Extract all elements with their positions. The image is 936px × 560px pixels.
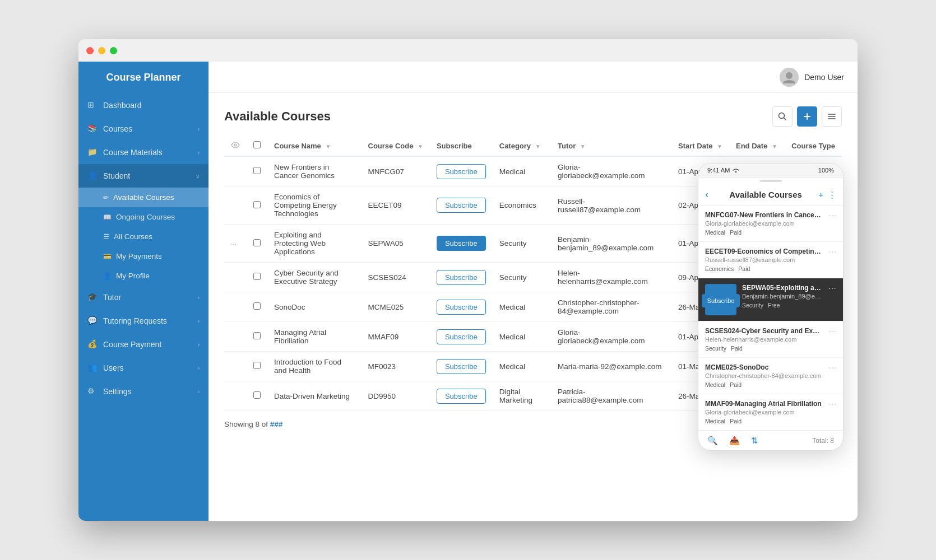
chevron-right-icon: › [198,389,200,395]
row-end-date [729,263,785,292]
sidebar-item-available-courses[interactable]: ✏ Available Courses [78,188,208,207]
row-start-date: 02-Apr-2018 [671,186,729,225]
profile-icon: 👤 [103,272,112,280]
th-checkbox[interactable] [247,136,267,156]
row-check-cell[interactable] [247,381,267,411]
minimize-btn[interactable] [98,47,105,54]
grid-icon: ⊞ [87,100,98,110]
row-end-date [729,322,785,352]
th-start-date[interactable]: Start Date ▼ [671,136,729,156]
sidebar-item-dashboard[interactable]: ⊞ Dashboard [78,94,208,117]
sidebar-item-my-payments[interactable]: 💳 My Payments [78,246,208,266]
row-checkbox[interactable] [253,362,261,369]
subscribe-button[interactable]: Subscribe [437,389,486,404]
row-end-date [729,225,785,263]
row-course-code: SEPWA05 [362,225,430,263]
subscribe-button[interactable]: Subscribe [437,329,486,344]
row-start-date: 26-Mar-20 [671,381,729,411]
sidebar-item-all-courses[interactable]: ☰ All Courses [78,227,208,246]
table-row: Cyber Security and Executive Strategy SC… [224,263,842,292]
row-course-code: SCSES024 [362,263,430,292]
row-eye-cell [224,186,247,225]
sidebar-item-users[interactable]: 👥 Users › [78,356,208,380]
sidebar-item-course-materials[interactable]: 📁 Course Materials › [78,141,208,164]
row-subscribe-cell: Subscribe [430,186,493,225]
showing-link[interactable]: ### [270,420,283,428]
sidebar-item-course-payment[interactable]: 💰 Course Payment › [78,333,208,356]
row-check-cell[interactable] [247,292,267,322]
row-checkbox[interactable] [253,273,261,280]
table-row: Introduction to Food and Health MF0023 S… [224,352,842,381]
row-checkbox[interactable] [253,201,261,208]
nav-label-student: Student [103,171,190,180]
row-checkbox[interactable] [253,332,261,339]
row-tutor: Russell-russell87@example.com [551,186,671,225]
subscribe-button[interactable]: Subscribe [437,270,486,285]
sidebar-item-tutor[interactable]: 🎓 Tutor › [78,286,208,309]
th-category[interactable]: Category ▼ [493,136,551,156]
sidebar-item-courses[interactable]: 📚 Courses › [78,117,208,141]
row-course-name: Introduction to Food and Health [267,352,362,381]
close-btn[interactable] [86,47,94,54]
subscribe-button[interactable]: Subscribe [437,236,486,251]
row-eye-cell [224,322,247,352]
row-check-cell[interactable] [247,186,267,225]
avatar [780,68,799,87]
sidebar: Course Planner ⊞ Dashboard 📚 Courses › 📁 [78,62,208,521]
th-end-date[interactable]: End Date ▼ [729,136,785,156]
row-category: Medical [493,292,551,322]
row-subscribe-cell: Subscribe [430,263,493,292]
row-checkbox[interactable] [253,302,261,310]
row-check-cell[interactable] [247,352,267,381]
table-row: SonoDoc MCME025 Subscribe Medical Christ… [224,292,842,322]
row-tutor: Patricia-patricia88@example.com [551,381,671,411]
subscribe-button[interactable]: Subscribe [437,359,486,374]
person-icon: 👤 [87,171,98,181]
table-row: ··· Exploiting and Protecting Web Applic… [224,225,842,263]
sidebar-item-settings[interactable]: ⚙ Settings › [78,380,208,403]
row-checkbox[interactable] [253,239,261,246]
select-all-checkbox[interactable] [253,141,261,148]
sidebar-item-tutoring-requests[interactable]: 💬 Tutoring Requests › [78,309,208,333]
row-course-name: Economics of Competing Energy Technologi… [267,186,362,225]
courses-table: Course Name ▼ Course Code ▼ Subscribe [224,136,842,411]
row-course-type [785,352,842,381]
row-check-cell[interactable] [247,225,267,263]
sort-icon: ▼ [772,143,777,150]
row-check-cell[interactable] [247,156,267,186]
row-checkbox[interactable] [253,167,261,174]
th-course-code[interactable]: Course Code ▼ [362,136,430,156]
row-course-code: MCME025 [362,292,430,322]
nav-label-dashboard: Dashboard [103,101,200,110]
th-tutor[interactable]: Tutor ▼ [551,136,671,156]
maximize-btn[interactable] [110,47,117,54]
sidebar-item-my-profile[interactable]: 👤 My Profile [78,266,208,286]
search-button[interactable] [772,106,793,127]
nav-label-my-profile: My Profile [116,272,150,280]
sort-icon: ▼ [325,143,331,150]
row-subscribe-cell: Subscribe [430,322,493,352]
menu-button[interactable] [822,106,842,127]
row-eye-cell [224,292,247,322]
row-end-date [729,381,785,411]
subscribe-button[interactable]: Subscribe [437,164,486,179]
subscribe-button[interactable]: Subscribe [437,300,486,315]
row-course-code: MF0023 [362,352,430,381]
row-category: Security [493,263,551,292]
th-course-name[interactable]: Course Name ▼ [267,136,362,156]
row-check-cell[interactable] [247,263,267,292]
row-subscribe-cell: Subscribe [430,156,493,186]
sidebar-item-student[interactable]: 👤 Student ∨ [78,164,208,188]
row-subscribe-cell: Subscribe [430,381,493,411]
row-check-cell[interactable] [247,322,267,352]
nav-label-tutoring-requests: Tutoring Requests [103,316,192,325]
add-button[interactable] [797,106,817,127]
row-course-name: Managing Atrial Fibrillation [267,322,362,352]
payment-icon: 💳 [103,253,112,260]
row-category: Economics [493,186,551,225]
row-eye-cell [224,352,247,381]
row-checkbox[interactable] [253,391,261,399]
row-end-date: 30-May-2018 [729,186,785,225]
subscribe-button[interactable]: Subscribe [437,198,486,213]
sidebar-item-ongoing-courses[interactable]: 📖 Ongoing Courses [78,207,208,227]
